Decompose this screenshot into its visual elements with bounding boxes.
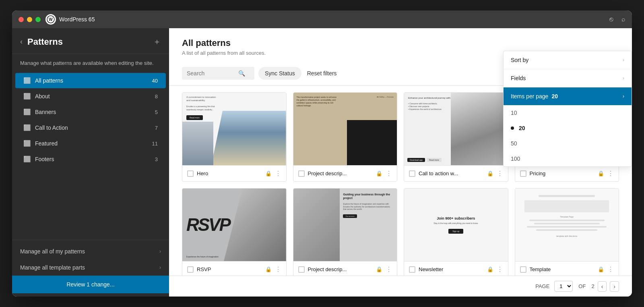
pattern-checkbox[interactable]	[409, 266, 415, 273]
count-option-20[interactable]: 20	[504, 120, 632, 136]
manage-template-parts-label: Manage all template parts	[20, 264, 85, 271]
folder-icon: ⬜	[23, 77, 31, 84]
manage-template-parts-link[interactable]: Manage all template parts ›	[12, 259, 169, 276]
filter-panel: Sort by › Fields › Items per page 20 ›	[503, 51, 632, 167]
more-options-icon[interactable]: ⋮	[497, 266, 503, 273]
pattern-checkbox[interactable]	[298, 266, 305, 273]
more-options-icon[interactable]: ⋮	[497, 170, 503, 177]
pattern-checkbox[interactable]	[187, 266, 194, 273]
folder-icon: ⬜	[23, 124, 31, 131]
nav-item-label: Banners	[35, 109, 155, 115]
search-icon[interactable]: ⌕	[621, 16, 625, 23]
pattern-preview: RSVP Experience the future of imaginatio…	[182, 189, 286, 261]
nav-item-label: Featured	[35, 140, 152, 147]
prev-page-button[interactable]: ‹	[598, 281, 607, 292]
pattern-card-template[interactable]: Template Page template with directions T…	[515, 188, 619, 276]
maximize-button[interactable]	[35, 17, 41, 22]
chevron-right-icon: ›	[623, 93, 624, 99]
sidebar-item-all-patterns[interactable]: ⬜ All patterns 40	[15, 73, 166, 88]
lock-icon: 🔒	[598, 266, 604, 272]
minimize-button[interactable]	[27, 17, 32, 22]
pattern-name: Project descrip...	[308, 170, 373, 176]
pattern-checkbox[interactable]	[187, 170, 194, 177]
review-changes-button[interactable]: Review 1 change...	[12, 276, 169, 293]
svg-text:W: W	[49, 17, 53, 22]
sidebar-item-footers[interactable]: ⬜ Footers 3	[15, 151, 166, 167]
sidebar-item-featured[interactable]: ⬜ Featured 11	[15, 136, 166, 151]
add-pattern-button[interactable]: ＋	[153, 36, 161, 47]
lock-icon: 🔒	[265, 266, 272, 272]
pattern-footer: Pricing 🔒 ⋮	[515, 165, 619, 181]
external-link-icon[interactable]: ⎋	[609, 16, 613, 23]
pattern-card-newsletter[interactable]: Join 900+ subscribers Stay in the loop w…	[404, 188, 508, 276]
pattern-name: Hero	[197, 170, 262, 176]
total-pages: 2	[591, 283, 594, 289]
pattern-checkbox[interactable]	[298, 170, 305, 177]
sidebar-nav: ⬜ All patterns 40 ⬜ About 8 ⬜ Banners 5	[12, 73, 169, 240]
pattern-card-project2[interactable]: Guiding your business through the projec…	[293, 188, 398, 276]
search-icon: 🔍	[238, 70, 245, 77]
pattern-name: Pricing	[530, 170, 595, 176]
more-options-icon[interactable]: ⋮	[275, 266, 281, 273]
folder-icon: ⬜	[23, 140, 31, 147]
count-option-10[interactable]: 10	[504, 105, 632, 120]
more-options-icon[interactable]: ⋮	[607, 170, 614, 177]
fields-row[interactable]: Fields ›	[504, 69, 632, 87]
nav-item-count: 11	[152, 141, 158, 147]
search-box[interactable]: 🔍	[182, 67, 254, 80]
nav-item-label: About	[35, 93, 155, 100]
close-button[interactable]	[19, 17, 24, 22]
search-input[interactable]	[187, 70, 235, 77]
pattern-footer: Call to action w... 🔒 ⋮	[404, 165, 508, 181]
reset-filters-button[interactable]: Reset filters	[305, 67, 339, 80]
pattern-card-project[interactable]: This transformative project seeks to enh…	[293, 92, 398, 182]
sidebar-description: Manage what patterns are available when …	[12, 54, 169, 73]
sidebar-footer: Manage all of my patterns › Manage all t…	[12, 240, 169, 297]
count-option-50[interactable]: 50	[504, 136, 632, 151]
pattern-footer: Template 🔒 ⋮	[515, 261, 619, 276]
lock-icon: 🔒	[487, 170, 493, 176]
pattern-card-call-to-action[interactable]: Enhance your architectural journey with …	[404, 92, 508, 182]
sort-by-row[interactable]: Sort by ›	[504, 51, 632, 69]
more-options-icon[interactable]: ⋮	[386, 266, 392, 273]
lock-icon: 🔒	[598, 170, 604, 176]
count-option-100[interactable]: 100	[504, 151, 632, 166]
manage-my-patterns-label: Manage all of my patterns	[20, 248, 85, 255]
sidebar-item-banners[interactable]: ⬜ Banners 5	[15, 104, 166, 120]
nav-item-count: 8	[155, 93, 158, 100]
sidebar-title: Patterns	[27, 37, 153, 47]
pattern-name: Newsletter	[419, 266, 484, 272]
main-layout: ‹ Patterns ＋ Manage what patterns are av…	[12, 28, 632, 297]
back-button[interactable]: ‹	[20, 37, 23, 46]
sync-status-button[interactable]: Sync Status	[258, 67, 301, 80]
sidebar-item-call-to-action[interactable]: ⬜ Call to Action 7	[15, 120, 166, 135]
pagination-bar: PAGE 1 2 OF 2 ‹ ›	[169, 276, 632, 297]
page-label: PAGE	[535, 283, 549, 289]
items-per-page-value: 20	[551, 93, 558, 100]
pattern-name: Project descrip...	[308, 266, 373, 272]
nav-item-label: Footers	[35, 156, 155, 162]
lock-icon: 🔒	[487, 266, 493, 272]
pattern-card-hero[interactable]: A commitment to innovation and sustainab…	[182, 92, 287, 182]
items-per-page-row[interactable]: Items per page 20 ›	[504, 87, 632, 105]
nav-item-count: 40	[152, 78, 158, 84]
nav-item-label: Call to Action	[35, 124, 155, 131]
pattern-checkbox[interactable]	[520, 170, 526, 177]
pattern-footer: Project descrip... 🔒 ⋮	[293, 165, 397, 181]
pattern-checkbox[interactable]	[520, 266, 526, 273]
of-label: OF	[578, 283, 586, 289]
pattern-checkbox[interactable]	[409, 170, 415, 177]
nav-item-label: All patterns	[35, 77, 152, 84]
count-value: 100	[511, 156, 520, 162]
more-options-icon[interactable]: ⋮	[275, 170, 281, 177]
pattern-card-rsvp[interactable]: RSVP Experience the future of imaginatio…	[182, 188, 287, 276]
sidebar-item-about[interactable]: ⬜ About 8	[15, 89, 166, 104]
sidebar: ‹ Patterns ＋ Manage what patterns are av…	[12, 28, 169, 297]
more-options-icon[interactable]: ⋮	[386, 170, 392, 177]
page-select[interactable]: 1 2	[554, 281, 573, 292]
lock-icon: 🔒	[376, 266, 382, 272]
more-options-icon[interactable]: ⋮	[607, 266, 614, 273]
manage-my-patterns-link[interactable]: Manage all of my patterns ›	[12, 243, 169, 259]
selected-dot	[511, 127, 514, 130]
next-page-button[interactable]: ›	[610, 281, 619, 292]
